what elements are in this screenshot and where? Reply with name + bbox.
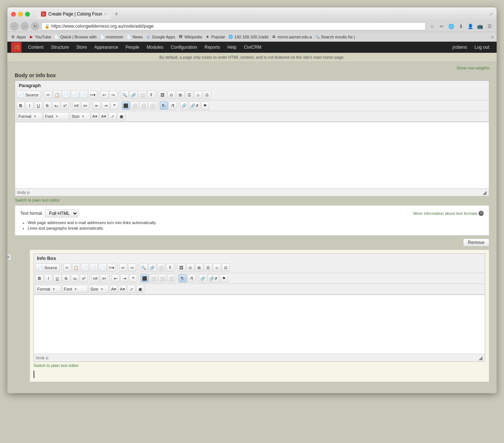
align-justify-button[interactable]: ⬜ — [148, 102, 156, 110]
info-find-button[interactable]: 🔍 — [139, 264, 148, 272]
paste-word-button[interactable]: 📄 — [80, 91, 88, 99]
editor-resize-handle[interactable]: ◢ — [483, 189, 487, 195]
table-button[interactable]: ⊞ — [176, 91, 184, 99]
forward-button[interactable]: → — [21, 22, 29, 30]
show-blocks-button[interactable]: ▣ — [117, 112, 125, 120]
align-center-button[interactable]: ⬜ — [131, 102, 139, 110]
info-special-char-button[interactable]: Ω — [222, 264, 230, 272]
info-maximize-button[interactable]: ⤢ — [127, 285, 135, 293]
cast-icon[interactable]: 📺 — [476, 22, 484, 30]
info-editor-content[interactable] — [34, 295, 485, 354]
info-redo-button[interactable]: ↪ — [128, 264, 136, 272]
font-dropdown[interactable]: Font ▼ — [43, 112, 69, 120]
info-indent-button[interactable]: ⇥ — [120, 274, 128, 282]
paste-dropdown[interactable]: ✂▾ — [89, 91, 97, 99]
admin-menu-appearance[interactable]: Appearance — [90, 42, 122, 53]
info-unlink-button[interactable]: 🔗✗ — [208, 274, 219, 282]
font-color-button[interactable]: A▾ — [91, 112, 99, 120]
info-align-justify-button[interactable]: ⬜ — [167, 274, 175, 282]
blockquote-button[interactable]: ❝ — [110, 102, 118, 110]
admin-menu-configuration[interactable]: Configuration — [167, 42, 201, 53]
admin-menu-content[interactable]: Content — [24, 42, 47, 53]
chrome-icon[interactable]: 🌐 — [447, 22, 455, 30]
info-undo-button[interactable]: ↩ — [119, 264, 127, 272]
ordered-list-button[interactable]: ≡# — [72, 102, 80, 110]
align-left-button[interactable]: ⬛ — [122, 102, 130, 110]
info-cut-button[interactable]: ✂ — [63, 264, 71, 272]
underline-button[interactable]: U — [34, 102, 42, 110]
bookmarks-more-icon[interactable]: » — [491, 34, 494, 40]
format-dropdown[interactable]: Format ▼ — [17, 112, 42, 120]
align-right-button[interactable]: ⬜ — [139, 102, 148, 110]
active-tab[interactable]: C Create Page | Colong Foun × — [37, 9, 111, 19]
show-row-weights-link[interactable]: Show row weights — [15, 66, 489, 70]
address-bar[interactable]: 🔒 https://www.colongwilderness.org.au/no… — [41, 22, 426, 30]
admin-menu-store[interactable]: Store — [73, 42, 91, 53]
find-button[interactable]: 🔍 — [121, 91, 129, 99]
body-editor-content[interactable] — [15, 122, 489, 188]
bookmark-mirror[interactable]: 🖥 mirror.aarnet.edu.a — [271, 34, 312, 40]
bookmark-qwick[interactable]: 📄 Qwick | Browse with — [54, 34, 96, 40]
info-format-dropdown[interactable]: Format ▼ — [35, 285, 61, 293]
maximize-button[interactable]: ⤢ — [108, 112, 117, 120]
add-field-button[interactable]: + — [7, 253, 12, 261]
info-anchor-button[interactable]: ⚑ — [220, 274, 228, 282]
info-copy-button[interactable]: 📋 — [72, 264, 80, 272]
info-bold-button[interactable]: B — [35, 274, 44, 282]
bookmark-wikipedia[interactable]: W Wikipedia — [178, 34, 202, 40]
info-align-left-button[interactable]: ⬛ — [141, 274, 149, 282]
info-font-color-button[interactable]: A▾ — [110, 285, 118, 293]
strikethrough-button[interactable]: S — [43, 102, 51, 110]
info-bg-color-button[interactable]: A▾ — [118, 285, 127, 293]
admin-menu-civicrm[interactable]: CiviCRM — [240, 42, 265, 53]
admin-menu-structure[interactable]: Structure — [47, 42, 73, 53]
subscript-button[interactable]: x₂ — [52, 102, 60, 110]
extensions-icon[interactable]: ✏ — [438, 22, 446, 30]
person-icon[interactable]: 👤 — [466, 22, 474, 30]
admin-menu-modules[interactable]: Modules — [143, 42, 167, 53]
bookmark-moinmoin[interactable]: 📄 moinmoin — [100, 34, 124, 40]
paste-button[interactable]: 📄 — [62, 91, 70, 99]
more-info-link[interactable]: More information about text formats ? — [413, 211, 484, 216]
info-table-button[interactable]: ⊞ — [195, 264, 203, 272]
text-format-select[interactable]: Full HTML — [45, 209, 78, 217]
info-flash-button[interactable]: ⊙ — [186, 264, 194, 272]
italic-button[interactable]: I — [25, 102, 34, 110]
admin-menu-people[interactable]: People — [122, 42, 143, 53]
new-tab-button[interactable]: + — [113, 11, 120, 17]
undo-button[interactable]: ↩ — [100, 91, 108, 99]
special-char-button[interactable]: Ω — [203, 91, 211, 99]
info-paste-word-button[interactable]: 📄 — [99, 264, 107, 272]
info-align-center-button[interactable]: ⬜ — [149, 274, 158, 282]
bookmark-google-apps[interactable]: g Google Apps — [146, 34, 175, 40]
remove-button[interactable]: Remove — [463, 238, 489, 247]
info-strikethrough-button[interactable]: S — [62, 274, 70, 282]
info-remove-format-button[interactable]: Ŧ — [166, 264, 174, 272]
image-button[interactable]: 🖼 — [159, 91, 167, 99]
info-unordered-list-button[interactable]: ≡• — [100, 274, 108, 282]
bookmark-apps[interactable]: ⊞ Apps — [10, 34, 26, 40]
flash-button[interactable]: ⊙ — [168, 91, 176, 99]
info-hr-button[interactable]: ☰ — [204, 264, 212, 272]
info-source-button[interactable]: 📄 Source — [35, 264, 60, 272]
info-paste-text-button[interactable]: 📄 — [90, 264, 98, 272]
copy-button[interactable]: 📋 — [53, 91, 61, 99]
superscript-button[interactable]: x² — [61, 102, 69, 110]
reload-button[interactable]: ↻ — [31, 22, 39, 30]
close-button[interactable] — [11, 12, 16, 17]
bold-button[interactable]: B — [17, 102, 25, 110]
info-editor-resize-handle[interactable]: ◢ — [479, 355, 483, 361]
info-image-button[interactable]: 🖼 — [177, 264, 186, 272]
bookmark-star-icon[interactable]: ☆ — [428, 22, 436, 30]
select-all-button[interactable]: ⬜ — [138, 91, 146, 99]
horizontal-rule-button[interactable]: ☰ — [185, 91, 193, 99]
back-button[interactable]: ← — [10, 22, 18, 30]
bookmark-youtube[interactable]: ▶ YouTube — [29, 34, 51, 40]
ltr-button[interactable]: ¶› — [160, 102, 168, 110]
paste-text-button[interactable]: 📄 — [71, 91, 79, 99]
size-dropdown[interactable]: Size ▼ — [70, 112, 90, 120]
download-icon[interactable]: ⬇ — [457, 22, 465, 30]
admin-logout[interactable]: Log out — [471, 42, 493, 53]
cut-button[interactable]: ✂ — [44, 91, 52, 99]
info-font-dropdown[interactable]: Font ▼ — [62, 285, 88, 293]
